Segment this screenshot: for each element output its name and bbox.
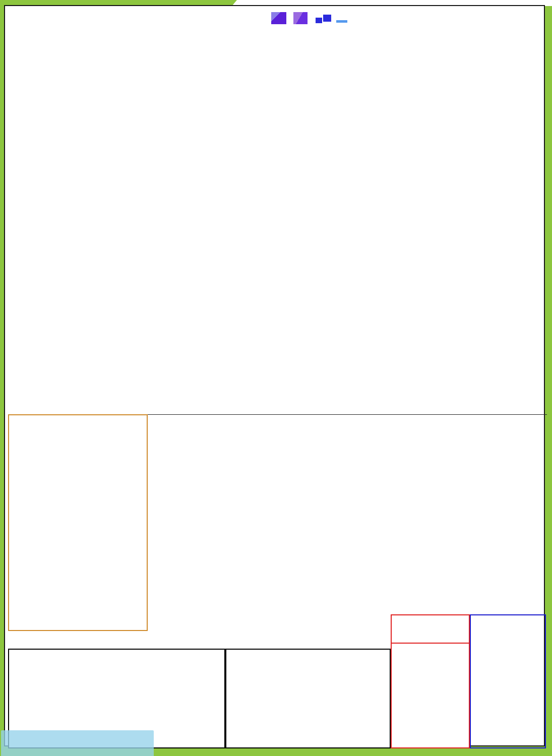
note-row: [15, 634, 391, 649]
logo-block-icon: [323, 15, 331, 22]
draw-record-tables: [7, 30, 544, 411]
unreleased-zodiac-limit-box: [391, 614, 470, 748]
logo-block-icon: [271, 12, 286, 24]
extreme-box-title: [392, 615, 469, 644]
logo-block-icon: [316, 18, 322, 23]
zodiac-codes-table-right: [225, 649, 391, 748]
title-row: [5, 6, 544, 29]
logo-block-icon: [336, 20, 347, 23]
main-sheet: [4, 5, 545, 746]
brand-logo-pixelated: [271, 12, 347, 27]
logo-block-icon: [293, 12, 308, 24]
watermark-246gd: [1, 730, 154, 756]
empty-blue-grid: [470, 614, 546, 748]
frequency-panel: [148, 414, 547, 618]
zodiac-stats-table: [8, 414, 148, 631]
page: { "title": "2026", "palette": {"blue":"#…: [0, 0, 552, 756]
